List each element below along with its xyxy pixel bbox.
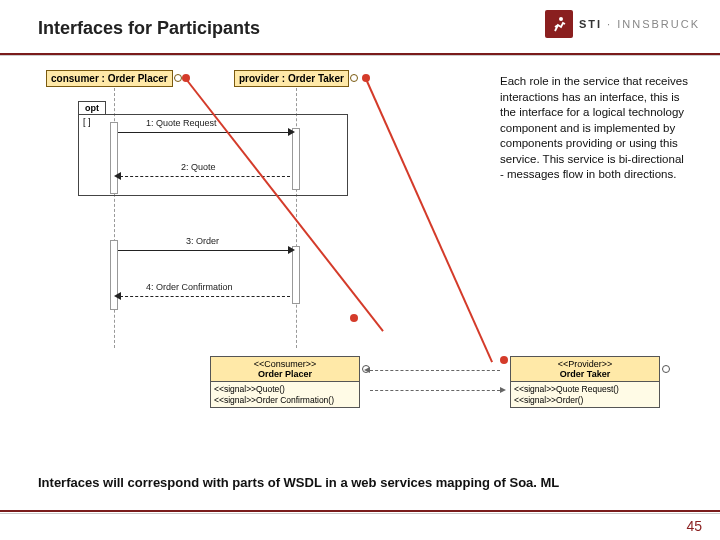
interface-name: Order Placer: [258, 369, 312, 379]
operation: <<signal>>Quote(): [214, 384, 356, 395]
logo: STI · INNSBRUCK: [545, 10, 700, 38]
arrowhead-left-icon: [114, 172, 121, 180]
stereotype-label: <<Provider>>: [513, 359, 657, 369]
activation-bar: [292, 128, 300, 190]
page-number: 45: [686, 518, 702, 534]
logo-text-light: · INNSBRUCK: [602, 18, 700, 30]
dependency-arrow: [370, 370, 500, 371]
logo-mark: [545, 10, 573, 38]
dependency-arrow: [370, 390, 500, 391]
sequence-diagram: consumer : Order Placer provider : Order…: [36, 70, 416, 360]
operation: <<signal>>Order(): [514, 395, 656, 406]
message-label: 2: Quote: [181, 162, 216, 172]
arrowhead-right-icon: [288, 246, 295, 254]
arrowhead-left-icon: [364, 367, 370, 373]
stereotype-label: <<Consumer>>: [213, 359, 357, 369]
svg-point-0: [559, 17, 563, 21]
message-label: 3: Order: [186, 236, 219, 246]
arrowhead-left-icon: [114, 292, 121, 300]
logo-text: STI · INNSBRUCK: [579, 18, 700, 30]
message-arrow: [118, 250, 290, 251]
lifeline-head-consumer: consumer : Order Placer: [46, 70, 173, 87]
opt-tab: opt: [78, 101, 106, 114]
callout-dot-icon: [182, 74, 190, 82]
interface-operations: <<signal>>Quote() <<signal>>Order Confir…: [211, 382, 359, 407]
logo-text-bold: STI: [579, 18, 602, 30]
message-label: 1: Quote Request: [146, 118, 217, 128]
content-area: consumer : Order Placer provider : Order…: [0, 56, 720, 476]
slide: STI · INNSBRUCK Interfaces for Participa…: [0, 0, 720, 540]
arrowhead-right-icon: [288, 128, 295, 136]
arrowhead-right-icon: [500, 387, 506, 393]
message-return-arrow: [120, 176, 290, 177]
interface-name: Order Taker: [560, 369, 610, 379]
lifeline-label: consumer : Order Placer: [51, 73, 168, 84]
footer-note: Interfaces will correspond with parts of…: [38, 475, 692, 492]
callout-dot-icon: [350, 314, 358, 322]
lifeline-head-provider: provider : Order Taker: [234, 70, 349, 87]
interface-lollipop-icon: [350, 74, 358, 82]
operation: <<signal>>Order Confirmation(): [214, 395, 356, 406]
lifeline-label: provider : Order Taker: [239, 73, 344, 84]
interface-header: <<Consumer>> Order Placer: [211, 357, 359, 382]
message-return-arrow: [120, 296, 290, 297]
interface-lollipop-icon: [662, 365, 670, 373]
interface-operations: <<signal>>Quote Request() <<signal>>Orde…: [511, 382, 659, 407]
footer-rule: [0, 510, 720, 512]
message-arrow: [118, 132, 290, 133]
footer-rule-thin: [0, 513, 720, 514]
runner-icon: [550, 15, 568, 33]
operation: <<signal>>Quote Request(): [514, 384, 656, 395]
message-label: 4: Order Confirmation: [146, 282, 233, 292]
callout-dot-icon: [500, 356, 508, 364]
interface-header: <<Provider>> Order Taker: [511, 357, 659, 382]
interface-consumer: <<Consumer>> Order Placer <<signal>>Quot…: [210, 356, 360, 408]
interface-provider: <<Provider>> Order Taker <<signal>>Quote…: [510, 356, 660, 408]
opt-guard: [ ]: [83, 117, 91, 127]
description-text: Each role in the service that receives i…: [500, 74, 690, 183]
callout-line: [365, 79, 493, 363]
callout-dot-icon: [362, 74, 370, 82]
interface-lollipop-icon: [174, 74, 182, 82]
activation-bar: [110, 122, 118, 194]
activation-bar: [292, 246, 300, 304]
